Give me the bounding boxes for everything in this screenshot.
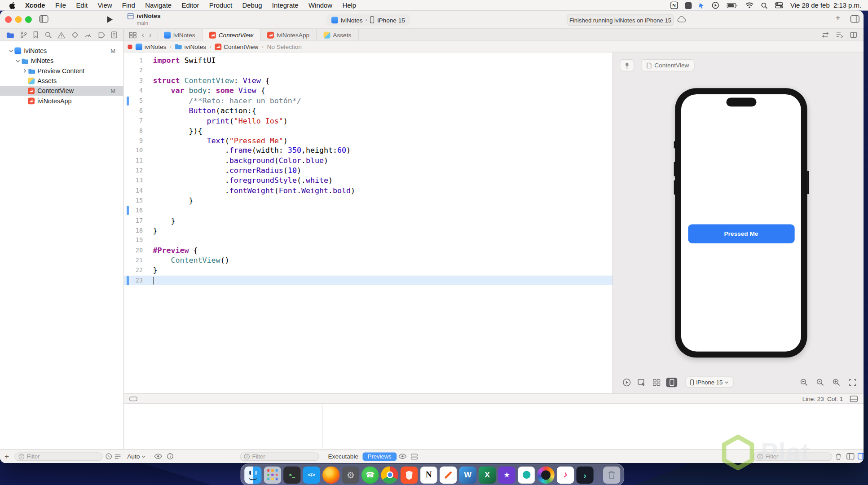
code-line[interactable]: 20#Preview { — [124, 246, 612, 256]
info-icon[interactable] — [167, 450, 173, 463]
pin-preview-button[interactable] — [620, 59, 634, 71]
forward-button[interactable]: › — [149, 31, 151, 39]
source-control-status-icon[interactable] — [115, 450, 121, 463]
code-line[interactable]: 10 .frame(width: 350,height:60) — [124, 146, 612, 155]
menu-editor[interactable]: Editor — [176, 1, 204, 9]
code-line[interactable]: 21 ContentView() — [124, 256, 612, 265]
tab-assets[interactable]: Assets — [317, 29, 358, 41]
menu-navigate[interactable]: Navigate — [140, 1, 176, 9]
preview-name-chip[interactable]: ContentView — [641, 59, 694, 71]
preview-device-chip[interactable]: iPhone 15 — [685, 377, 734, 388]
dock-pen-app[interactable] — [440, 466, 457, 484]
progress-indicator[interactable] — [129, 397, 137, 401]
variants-button[interactable] — [651, 377, 662, 387]
sidebar-item-contentview[interactable]: ContentViewM — [0, 86, 123, 96]
show-variables-icon[interactable] — [154, 450, 163, 463]
code-line[interactable]: 2 — [124, 66, 612, 75]
swap-editors-icon[interactable] — [821, 32, 830, 38]
menu-debug[interactable]: Debug — [237, 1, 267, 9]
menu-find[interactable]: Find — [117, 1, 140, 9]
breadcrumb-ivinotes[interactable]: iviNotes — [175, 43, 206, 50]
console-layers-icon[interactable] — [410, 450, 418, 463]
menu-view[interactable]: View — [93, 1, 117, 9]
disclosure-down-icon[interactable] — [14, 59, 21, 62]
tab-ivinotesapp[interactable]: iviNotesApp — [260, 29, 317, 41]
tab-ivinotes[interactable]: iviNotes — [157, 29, 203, 41]
code-line[interactable]: 1import SwiftUI — [124, 56, 612, 66]
code-line[interactable]: 7 print("Hello Ios") — [124, 116, 612, 126]
display-icon[interactable] — [685, 2, 692, 9]
code-line[interactable]: 16 — [124, 206, 612, 216]
source-editor[interactable]: 1import SwiftUI23struct ContentView: Vie… — [124, 53, 612, 393]
code-line[interactable]: 14 .fontWeight(Font.Weight.bold) — [124, 185, 612, 195]
split-editor-icon[interactable] — [850, 32, 857, 38]
menubar-clock[interactable]: Vie 28 de feb 2:13 p.m. — [790, 1, 861, 9]
dock-trash[interactable] — [603, 466, 621, 484]
dock-imovie[interactable]: ★ — [498, 466, 516, 484]
toggle-variables-view-button[interactable] — [846, 450, 855, 463]
run-destination[interactable]: iviNotes › iPhone 15 — [326, 14, 410, 26]
zoom-actual-button[interactable] — [815, 377, 826, 387]
run-button[interactable] — [106, 16, 113, 23]
zoom-out-button[interactable] — [798, 377, 810, 387]
clear-console-button[interactable] — [835, 450, 842, 463]
recent-files-icon[interactable] — [106, 450, 112, 463]
related-items-icon[interactable] — [128, 44, 132, 49]
toggle-navigator-button[interactable] — [39, 15, 48, 23]
code-line[interactable]: 3struct ContentView: View { — [124, 76, 612, 86]
code-line[interactable]: 9 Text("Pressed Me") — [124, 136, 612, 146]
navigator-reports-icon[interactable] — [111, 31, 117, 39]
dock-launchpad[interactable] — [264, 466, 282, 484]
code-line[interactable]: 19 — [124, 235, 612, 245]
cloud-icon[interactable] — [677, 16, 686, 23]
sidebar-item-ivinotes[interactable]: iviNotesM — [0, 46, 123, 56]
dock-music[interactable]: ♪ — [557, 466, 574, 484]
menu-integrate[interactable]: Integrate — [267, 1, 304, 9]
dock-excel[interactable]: X — [479, 466, 496, 484]
dock-teal-app[interactable] — [518, 466, 535, 484]
wifi-icon[interactable] — [745, 2, 753, 9]
dock-warp[interactable]: › — [576, 466, 594, 484]
variables-filter[interactable]: Filter — [240, 450, 319, 463]
dock-finder[interactable] — [244, 466, 262, 484]
dock-terminal[interactable]: >_ — [283, 466, 301, 484]
cursor-icon[interactable] — [699, 2, 704, 9]
navigator-issues-icon[interactable] — [57, 31, 65, 38]
navigator-project-icon[interactable] — [6, 31, 14, 38]
apple-menu-icon[interactable] — [4, 1, 20, 9]
show-console-icon[interactable] — [398, 450, 407, 463]
menu-file[interactable]: File — [50, 1, 71, 9]
disclosure-down-icon[interactable] — [8, 49, 14, 52]
code-line[interactable]: 8 }){ — [124, 126, 612, 136]
device-settings-button[interactable] — [666, 377, 677, 387]
code-line[interactable]: 6 Button(action:{ — [124, 106, 612, 115]
variables-view-scope[interactable]: Auto — [127, 450, 145, 463]
dock-vscode[interactable]: </> — [303, 466, 321, 484]
zoom-button[interactable] — [25, 16, 32, 23]
console-scope-executable[interactable]: Executable — [328, 450, 358, 463]
battery-icon[interactable] — [726, 3, 738, 8]
dock-chrome[interactable] — [381, 466, 398, 484]
add-item-button[interactable]: + — [4, 450, 9, 463]
editor-layout-icon[interactable] — [836, 32, 843, 38]
tab-overview-icon[interactable] — [129, 31, 137, 38]
dock-word[interactable]: W — [459, 466, 476, 484]
dock-firefox[interactable] — [322, 466, 340, 484]
breadcrumb-no-selection[interactable]: No Selection — [267, 43, 301, 50]
code-line[interactable]: 23 — [124, 275, 612, 285]
sidebar-item-ivinotes[interactable]: iviNotes — [0, 56, 123, 66]
toggle-debug-area-button[interactable] — [850, 395, 858, 402]
spotlight-icon[interactable] — [761, 2, 767, 9]
notion-menubar-icon[interactable]: N — [670, 2, 678, 9]
debug-divider[interactable] — [322, 404, 322, 449]
menu-help[interactable]: Help — [337, 1, 361, 9]
navigator-filter[interactable]: Filter — [14, 450, 102, 463]
sidebar-item-ivinotesapp[interactable]: iviNotesApp — [0, 96, 123, 106]
code-line[interactable]: 4 var body: some View { — [124, 86, 612, 96]
navigator-source-control-icon[interactable] — [20, 31, 27, 39]
code-line[interactable]: 22} — [124, 265, 612, 275]
selectable-preview-button[interactable] — [636, 377, 647, 387]
dock-whatsapp[interactable]: ☎ — [361, 466, 379, 484]
menu-xcode[interactable]: Xcode — [20, 1, 50, 9]
console-scope-previews[interactable]: Previews — [362, 450, 396, 463]
